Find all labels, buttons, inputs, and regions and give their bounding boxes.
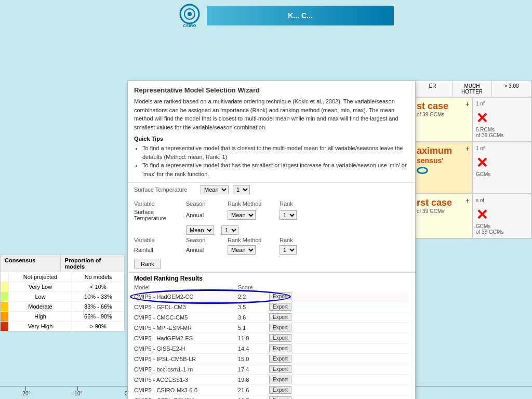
rainfall-rank-num-select[interactable]: 1 2 (221, 225, 238, 235)
rp-cell-best-case: + st case of 39 GCMs (413, 97, 472, 142)
result-model-name-7: CMIP5 - bcc-csm1-1-m (134, 366, 238, 373)
legend-panel: Consensus Proportion of models Not proje… (0, 255, 125, 331)
export-button-9[interactable]: Export (269, 386, 291, 394)
legend-col2-header: Proportion of models (61, 255, 124, 272)
result-score-1: 3.5 (238, 304, 269, 310)
legend-value-very-high: > 90% (72, 322, 124, 331)
result-row-4: CMIP5 - HadGEM2-ES11.0Export (134, 333, 409, 343)
wizard-description: Models are ranked based on a multivariat… (128, 97, 415, 136)
rainfall-mean-label: Mean Min Max (186, 225, 217, 235)
legend-row-moderate: Moderate 33% - 66% (1, 302, 124, 312)
wizard-dialog: Representative Model Selection Wizard Mo… (127, 81, 416, 399)
rp-grid: + st case of 39 GCMs 1 of ✕ 6 RCMs of 39… (413, 97, 531, 238)
export-button-3[interactable]: Export (269, 324, 291, 331)
results-col-headers: Model Score (128, 283, 415, 291)
rainfall-header-rank: Rank (280, 237, 311, 243)
legend-value-low: 10% - 33% (72, 292, 124, 301)
variable-row-surface-temp: Surface Temperature Annual Mean Min Max … (128, 208, 415, 222)
quicktips-title: Quick Tips (134, 136, 409, 142)
result-model-name-6: CMIP5 - IPSL-CM5B-LR (134, 356, 238, 362)
result-model-name-3: CMIP5 - MPI-ESM-MR (134, 325, 238, 331)
rp-cell6-sub1: GCMs (476, 223, 490, 229)
export-button-4[interactable]: Export (269, 334, 291, 342)
rp-cell6-sub2: of 39 GCMs (476, 229, 503, 235)
result-row-5: CMIP5 - GISS-E2-H14.4Export (134, 343, 409, 354)
result-row-8: CMIP5 - ACCESS1-319.8Export (134, 375, 409, 385)
export-button-5[interactable]: Export (269, 344, 291, 352)
wizard-title: Representative Model Selection Wizard (128, 81, 415, 97)
rank-button[interactable]: Rank (134, 259, 161, 269)
rainfall-col-variable (134, 225, 186, 235)
var1-rank-select[interactable]: 1 2 (280, 210, 297, 220)
result-model-name-5: CMIP5 - GISS-E2-H (134, 345, 238, 352)
export-button-8[interactable]: Export (269, 376, 291, 383)
legend-label-moderate: Moderate (9, 302, 72, 311)
legend-row-very-low: Very Low < 10% (1, 282, 124, 292)
result-score-2: 3.6 (238, 314, 269, 321)
export-button-7[interactable]: Export (269, 365, 291, 373)
res-col-model: Model (134, 284, 238, 290)
var2-rank-method: Mean Min Max (228, 245, 280, 255)
rank-button-row: Rank (128, 256, 415, 272)
export-button-6[interactable]: Export (269, 355, 291, 363)
worst-case-gcms: of 39 GCMs (417, 208, 444, 214)
surface-temp-method-select[interactable]: Mean Min Max (201, 185, 229, 194)
result-model-name-10: CMIP5 - GFDL-ESM2M (134, 397, 238, 400)
best-case-gcms: of 39 GCMs (417, 112, 444, 117)
result-score-6: 15.0 (238, 356, 269, 362)
legend-label-very-low: Very Low (9, 282, 72, 291)
legend-label-low: Low (9, 292, 72, 301)
export-button-1[interactable]: Export (269, 303, 291, 311)
result-model-name-1: CMIP5 - GFDL-CM3 (134, 304, 238, 310)
quicktip-1: To find a representative model that is c… (142, 144, 409, 161)
legend-row-high: High 66% - 90% (1, 312, 124, 322)
right-panel: ER MUCH HOTTER > 3.00 + st case of 39 GC… (413, 81, 532, 239)
var2-rank-select[interactable]: 1 2 (280, 245, 297, 255)
legend-label-not-projected: Not projected (9, 272, 72, 282)
rainfall-col-headers: Mean Min Max 1 2 (128, 222, 415, 236)
rp-plus-3[interactable]: + (466, 144, 470, 153)
maximum-label: aximum (417, 145, 452, 156)
rp-header1: ER (413, 81, 453, 97)
result-model-name-2: CMIP5 - CMCC-CM5 (134, 314, 238, 321)
rp-header2: MUCH HOTTER (453, 81, 492, 97)
legend-row-low: Low 10% - 33% (1, 292, 124, 302)
result-row-9: CMIP5 - CSIRO-Mk3-6-021.6Export (134, 385, 409, 395)
var2-method-select[interactable]: Mean Min Max (228, 245, 256, 255)
res-col-export (269, 284, 300, 290)
wizard-quicktips: Quick Tips To find a representative mode… (128, 136, 415, 182)
legend-value-very-low: < 10% (72, 282, 124, 291)
legend-value-not-projected: No models (72, 272, 124, 282)
result-score-8: 19.8 (238, 377, 269, 383)
red-x-2: ✕ (476, 154, 488, 171)
surface-temp-rank-select[interactable]: 1 2 3 (233, 185, 250, 194)
legend-value-high: 66% - 90% (72, 312, 124, 321)
col-headers: Variable Season Rank Method Rank (128, 200, 415, 208)
rp-cell4-label: 1 of (476, 145, 485, 151)
result-row-7: CMIP5 - bcc-csm1-1-m17.4Export (134, 364, 409, 375)
export-button-2[interactable]: Export (269, 313, 291, 321)
result-score-7: 17.4 (238, 366, 269, 373)
ruler-tick--10: -10° (73, 387, 82, 396)
consensus-label: sensus' (417, 156, 444, 165)
result-model-name-9: CMIP5 - CSIRO-Mk3-6-0 (134, 387, 238, 393)
rp-header3: > 3.00 (492, 81, 531, 97)
rp-plus-1[interactable]: + (466, 100, 470, 108)
worst-case-label: rst case (417, 197, 452, 208)
legend-row-not-projected: Not projected No models (1, 272, 124, 282)
legend-col1-header: Consensus (1, 255, 61, 272)
results-table: CMIP5 - HadGEM2-CC2.2ExportCMIP5 - GFDL-… (128, 291, 415, 399)
legend-label-very-high: Very High (9, 322, 72, 331)
consensus-oval (417, 167, 428, 174)
legend-header: Consensus Proportion of models (1, 255, 124, 272)
export-button-0[interactable]: Export (269, 292, 291, 300)
col-rank-header: Rank (280, 201, 311, 207)
export-button-10[interactable]: Export (269, 396, 291, 399)
rp-cell4-gcms: GCMs (476, 171, 490, 177)
red-x-1: ✕ (476, 110, 488, 127)
rainfall-header-rank-method: Rank Method (228, 237, 280, 243)
rp-plus-5[interactable]: + (466, 196, 470, 205)
var1-method-select[interactable]: Mean Min Max (228, 210, 256, 220)
rainfall-mean-select[interactable]: Mean Min Max (186, 225, 214, 235)
ruler-tick--20: -20° (21, 387, 30, 396)
